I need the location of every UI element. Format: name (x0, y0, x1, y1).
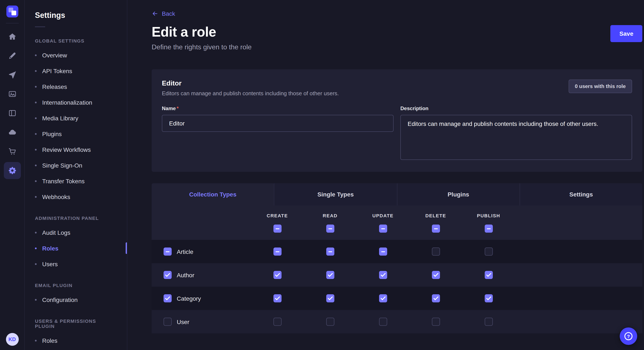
sidebar-item-up-providers[interactable]: Providers (25, 348, 127, 350)
sidebar-item-audit-logs[interactable]: Audit Logs (25, 224, 127, 240)
permissions-card: Collection Types Single Types Plugins Se… (152, 183, 642, 334)
tab-label: Collection Types (189, 191, 236, 198)
sidebar-item-releases[interactable]: Releases (25, 79, 127, 94)
bullet-icon (35, 164, 37, 166)
sidebar-section-administration-panel: ADMINISTRATION PANEL Audit Logs Roles Us… (25, 209, 127, 272)
settings-gear-icon[interactable] (4, 162, 21, 179)
select-all-delete-checkbox[interactable] (432, 224, 440, 233)
sidebar-title-divider (35, 26, 45, 27)
sidebar-item-review-workflows[interactable]: Review Workflows (25, 142, 127, 157)
item-label: Configuration (42, 296, 78, 303)
item-label: Internationalization (42, 99, 92, 106)
sidebar-item-admin-users[interactable]: Users (25, 256, 127, 272)
row-select-checkbox[interactable] (164, 271, 172, 279)
article-publish-checkbox[interactable] (484, 247, 492, 256)
section-label: ADMINISTRATION PANEL (25, 209, 127, 224)
user-publish-checkbox[interactable] (484, 318, 492, 326)
article-delete-checkbox[interactable] (432, 247, 440, 256)
select-all-create-checkbox[interactable] (273, 224, 281, 233)
sidebar-item-transfer-tokens[interactable]: Transfer Tokens (25, 173, 127, 189)
category-read-checkbox[interactable] (326, 294, 334, 302)
save-button[interactable]: Save (610, 25, 642, 42)
content-pen-icon[interactable] (4, 47, 21, 64)
category-delete-checkbox[interactable] (432, 294, 440, 302)
select-all-update-checkbox[interactable] (379, 224, 387, 233)
user-avatar[interactable]: KD (6, 333, 18, 346)
item-label: Releases (42, 83, 67, 90)
paper-plane-icon[interactable] (4, 66, 21, 83)
description-textarea[interactable]: Editors can manage and publish contents … (400, 115, 632, 160)
item-label: Review Workflows (42, 146, 91, 153)
sidebar-item-api-tokens[interactable]: API Tokens (25, 63, 127, 79)
bullet-icon (35, 180, 37, 182)
article-create-checkbox[interactable] (273, 247, 281, 256)
sidebar-item-plugins[interactable]: Plugins (25, 126, 127, 142)
app-root: KD Settings GLOBAL SETTINGS Overview API… (0, 0, 644, 350)
content-manager-icon[interactable] (4, 104, 21, 121)
category-publish-checkbox[interactable] (484, 294, 492, 302)
item-label: Media Library (42, 115, 78, 121)
row-select-checkbox[interactable] (164, 318, 172, 326)
category-create-checkbox[interactable] (273, 294, 281, 302)
tab-label: Single Types (317, 191, 354, 198)
tab-label: Settings (570, 191, 593, 198)
page-title: Edit a role (152, 24, 252, 39)
home-icon[interactable] (4, 28, 21, 45)
sidebar-item-media-library[interactable]: Media Library (25, 110, 127, 126)
article-update-checkbox[interactable] (379, 247, 387, 256)
sidebar-item-single-sign-on[interactable]: Single Sign-On (25, 157, 127, 173)
author-update-checkbox[interactable] (379, 271, 387, 279)
tab-settings[interactable]: Settings (520, 183, 642, 205)
bullet-icon (35, 117, 37, 119)
user-delete-checkbox[interactable] (432, 318, 440, 326)
author-publish-checkbox[interactable] (484, 271, 492, 279)
column-header-read: READ (304, 213, 356, 218)
name-field-label: Name (162, 105, 176, 111)
permission-row-article: Article (152, 240, 642, 263)
users-with-role-badge[interactable]: 0 users with this role (568, 80, 632, 93)
main-nav-rail: KD (0, 0, 25, 350)
item-label: Users (42, 260, 58, 267)
sidebar-item-email-configuration[interactable]: Configuration (25, 292, 127, 308)
sidebar-item-internationalization[interactable]: Internationalization (25, 94, 127, 110)
select-all-publish-checkbox[interactable] (484, 224, 492, 233)
tab-single-types[interactable]: Single Types (274, 183, 397, 205)
column-header-delete: DELETE (409, 213, 462, 218)
name-input[interactable] (162, 115, 394, 132)
cloud-icon[interactable] (4, 124, 21, 141)
back-link[interactable]: Back (152, 10, 175, 17)
settings-sidebar: Settings GLOBAL SETTINGS Overview API To… (25, 0, 127, 350)
sidebar-section-global-settings: GLOBAL SETTINGS Overview API Tokens Rele… (25, 31, 127, 204)
role-name-heading: Editor (162, 80, 339, 87)
author-create-checkbox[interactable] (273, 271, 281, 279)
sidebar-item-up-roles[interactable]: Roles (25, 333, 127, 348)
user-create-checkbox[interactable] (273, 318, 281, 326)
bullet-icon (35, 149, 37, 150)
role-details-card: Editor Editors can manage and publish co… (152, 69, 642, 172)
bullet-icon (35, 247, 37, 249)
category-update-checkbox[interactable] (379, 294, 387, 302)
tab-collection-types[interactable]: Collection Types (152, 183, 274, 205)
row-select-checkbox[interactable] (164, 247, 172, 256)
select-all-read-checkbox[interactable] (326, 224, 334, 233)
sidebar-item-webhooks[interactable]: Webhooks (25, 189, 127, 204)
row-select-checkbox[interactable] (164, 294, 172, 302)
marketplace-cart-icon[interactable] (4, 143, 21, 160)
user-read-checkbox[interactable] (326, 318, 334, 326)
article-read-checkbox[interactable] (326, 247, 334, 256)
item-label: Audit Logs (42, 229, 70, 236)
user-update-checkbox[interactable] (379, 318, 387, 326)
author-read-checkbox[interactable] (326, 271, 334, 279)
sidebar-item-admin-roles[interactable]: Roles (25, 240, 127, 256)
help-button[interactable]: ? (620, 328, 637, 345)
item-label: Transfer Tokens (42, 177, 84, 184)
tab-plugins[interactable]: Plugins (397, 183, 520, 205)
bullet-icon (35, 70, 37, 72)
author-delete-checkbox[interactable] (432, 271, 440, 279)
item-label: Roles (42, 245, 58, 252)
bullet-icon (35, 232, 37, 233)
sidebar-item-overview[interactable]: Overview (25, 47, 127, 63)
media-library-icon[interactable] (4, 85, 21, 102)
row-label: Author (177, 272, 194, 278)
strapi-logo[interactable] (6, 5, 18, 17)
